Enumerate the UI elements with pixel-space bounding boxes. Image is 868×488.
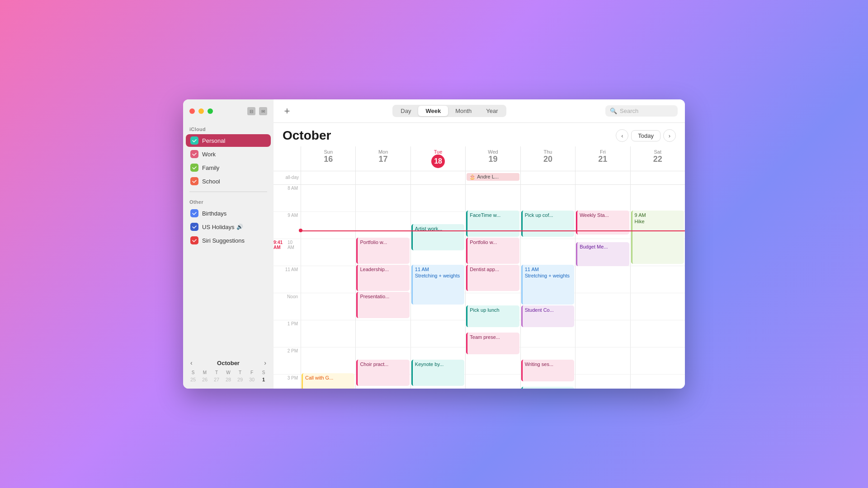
siri-label: Siri Suggestions [202, 237, 245, 244]
view-year-button[interactable]: Year [479, 106, 505, 116]
cell-fri-2[interactable] [575, 347, 630, 375]
sidebar-item-personal[interactable]: Personal [186, 134, 271, 147]
cell-mon-10[interactable] [355, 239, 410, 266]
sidebar: ⊟ ✉ iCloud Personal Work Family [183, 99, 274, 389]
cell-wed-2[interactable] [465, 347, 520, 375]
allday-cell-wed: 🎂Andre L... [465, 171, 520, 184]
cell-mon-9[interactable] [355, 212, 410, 239]
cell-wed-3[interactable] [465, 375, 520, 389]
cell-sun-2[interactable] [301, 347, 355, 375]
add-event-button[interactable]: + [281, 105, 293, 117]
cell-sat-1[interactable] [630, 320, 685, 347]
view-month-button[interactable]: Month [448, 106, 479, 116]
mini-cal-prev[interactable]: ‹ [189, 358, 194, 367]
cell-wed-1[interactable] [465, 320, 520, 347]
cell-thu-1[interactable] [520, 320, 575, 347]
mini-cal-day[interactable]: 30 [246, 376, 257, 383]
cell-fri-9[interactable] [575, 212, 630, 239]
cell-thu-8[interactable] [520, 185, 575, 212]
cell-sun-9[interactable] [301, 212, 355, 239]
time-8am: 8 AM [274, 185, 301, 212]
sidebar-item-siri[interactable]: Siri Suggestions [186, 234, 271, 247]
allday-event-andre[interactable]: 🎂Andre L... [467, 173, 519, 181]
mini-cal-day[interactable]: 29 [235, 376, 245, 383]
mini-cal-day[interactable]: 26 [199, 376, 210, 383]
cell-mon-3[interactable] [355, 375, 410, 389]
cell-mon-1[interactable] [355, 320, 410, 347]
main-content: + Day Week Month Year 🔍 Search October ‹… [274, 99, 685, 389]
cell-tue-8[interactable] [410, 185, 465, 212]
sidebar-item-birthdays[interactable]: Birthdays [186, 207, 271, 220]
cell-sun-11[interactable] [301, 266, 355, 293]
sidebar-toggle-icon[interactable]: ⊟ [247, 107, 255, 115]
cell-sun-1[interactable] [301, 320, 355, 347]
cell-thu-9[interactable] [520, 212, 575, 239]
cell-thu-2[interactable] [520, 347, 575, 375]
cell-mon-11[interactable] [355, 266, 410, 293]
cell-sun-noon[interactable] [301, 293, 355, 320]
cell-fri-8[interactable] [575, 185, 630, 212]
cell-thu-noon[interactable] [520, 293, 575, 320]
cell-thu-10[interactable] [520, 239, 575, 266]
cell-thu-3[interactable] [520, 375, 575, 389]
view-week-button[interactable]: Week [418, 106, 448, 116]
cell-sun-10[interactable] [301, 239, 355, 266]
cell-wed-10[interactable] [465, 239, 520, 266]
cell-sun-3[interactable] [301, 375, 355, 389]
cell-tue-1[interactable] [410, 320, 465, 347]
cell-tue-3[interactable] [410, 375, 465, 389]
prev-week-button[interactable]: ‹ [616, 129, 628, 142]
search-box[interactable]: 🔍 Search [605, 105, 678, 117]
cell-sat-noon[interactable] [630, 293, 685, 320]
sidebar-divider [189, 192, 267, 192]
sidebar-item-us-holidays[interactable]: US Holidays 🔊 [186, 221, 271, 233]
us-holidays-badge: 🔊 [236, 224, 243, 230]
cell-fri-10[interactable] [575, 239, 630, 266]
close-button[interactable] [189, 108, 195, 114]
cell-mon-2[interactable] [355, 347, 410, 375]
cell-sat-11[interactable] [630, 266, 685, 293]
cell-tue-noon[interactable] [410, 293, 465, 320]
cell-wed-noon[interactable] [465, 293, 520, 320]
cell-sat-2[interactable] [630, 347, 685, 375]
birthdays-check-icon [190, 209, 198, 217]
day-header-sun: Sun 16 [301, 146, 355, 171]
time-grid-wrapper: 8 AM 9 AM [274, 185, 685, 389]
mini-cal-day[interactable]: 1 [258, 376, 269, 383]
mini-cal-day[interactable]: 28 [223, 376, 234, 383]
cell-mon-8[interactable] [355, 185, 410, 212]
layout-icon[interactable]: ✉ [259, 107, 267, 115]
cell-wed-9[interactable] [465, 212, 520, 239]
next-week-button[interactable]: › [663, 129, 676, 142]
today-button[interactable]: Today [631, 130, 660, 141]
cell-sat-10[interactable] [630, 239, 685, 266]
cell-tue-10[interactable] [410, 239, 465, 266]
mini-cal-day[interactable]: 27 [211, 376, 222, 383]
cell-sat-3[interactable] [630, 375, 685, 389]
cell-sat-8[interactable] [630, 185, 685, 212]
cell-tue-2[interactable] [410, 347, 465, 375]
sidebar-item-work[interactable]: Work [186, 148, 271, 160]
view-day-button[interactable]: Day [393, 106, 418, 116]
cell-fri-noon[interactable] [575, 293, 630, 320]
mini-cal-day[interactable]: 25 [188, 376, 198, 383]
school-label: School [202, 178, 220, 185]
cell-wed-8[interactable] [465, 185, 520, 212]
cell-sat-9[interactable] [630, 212, 685, 239]
mini-calendar: ‹ October › S M T W T F S 25 26 27 28 29… [183, 355, 274, 389]
minimize-button[interactable] [198, 108, 204, 114]
cell-fri-3[interactable] [575, 375, 630, 389]
cell-tue-9[interactable] [410, 212, 465, 239]
cell-sun-8[interactable] [301, 185, 355, 212]
cell-thu-11[interactable] [520, 266, 575, 293]
cell-fri-1[interactable] [575, 320, 630, 347]
cell-wed-11[interactable] [465, 266, 520, 293]
sidebar-item-family[interactable]: Family [186, 161, 271, 174]
cell-mon-noon[interactable] [355, 293, 410, 320]
cell-tue-11[interactable] [410, 266, 465, 293]
mini-cal-title: October [217, 360, 240, 366]
mini-cal-next[interactable]: › [262, 358, 268, 367]
cell-fri-11[interactable] [575, 266, 630, 293]
sidebar-item-school[interactable]: School [186, 175, 271, 188]
maximize-button[interactable] [208, 108, 213, 114]
